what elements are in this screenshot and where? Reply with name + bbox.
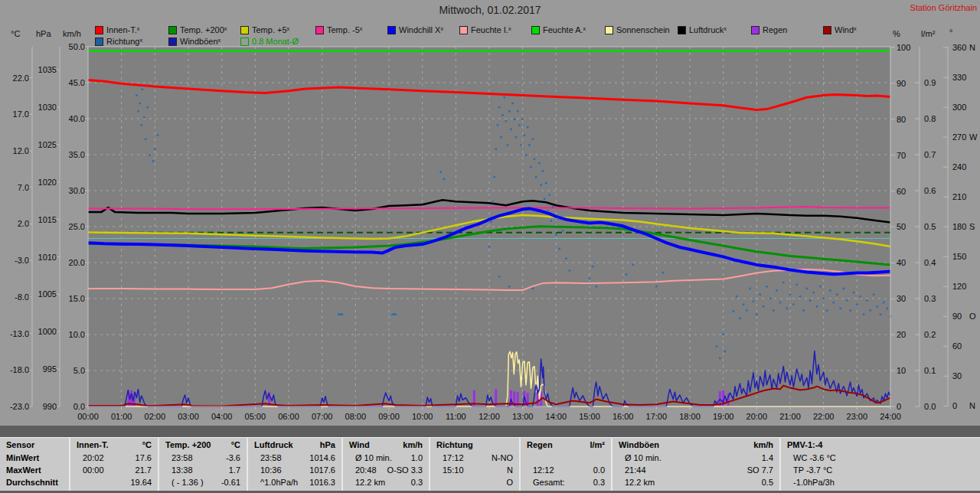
- direction-dot: [833, 302, 835, 304]
- cell-time: 13:38: [172, 465, 193, 475]
- tick-label-dir: 210: [952, 192, 966, 201]
- direction-dot: [515, 136, 518, 139]
- direction-dot: [136, 94, 138, 96]
- tick-label-temp: -23.0: [10, 402, 29, 411]
- direction-dot: [736, 295, 738, 298]
- tick-label-lm2: 0.8: [924, 114, 936, 123]
- direction-dot: [493, 176, 495, 178]
- x-tick-label: 12:00: [479, 412, 500, 421]
- tick-label-hpa: 995: [43, 364, 57, 374]
- col-header: Richtung: [436, 440, 473, 449]
- x-tick-label: 24:00: [880, 412, 901, 421]
- tick-label-dir-compass: O: [969, 312, 976, 321]
- direction-dot: [492, 201, 494, 203]
- col-header: Wind: [349, 440, 370, 449]
- direction-dot: [154, 149, 156, 151]
- table-col-innen-t-: Innen-T.°C20:0217.600:0021.719.64: [69, 438, 158, 491]
- col-header: PMV-1:-4: [787, 440, 822, 449]
- direction-dot: [826, 309, 828, 312]
- direction-dot: [756, 313, 758, 315]
- direction-dot: [569, 269, 571, 272]
- direction-dot: [142, 88, 144, 90]
- direction-dot: [488, 246, 491, 248]
- cell-time: TP -3.7 °C: [793, 465, 832, 475]
- direction-dot: [139, 103, 141, 105]
- cell-time: 21:44: [625, 465, 646, 475]
- direction-dot: [145, 139, 147, 141]
- direction-dot: [812, 292, 815, 294]
- direction-dot: [792, 303, 795, 305]
- x-tick-label: 11:00: [446, 412, 466, 421]
- direction-dot: [860, 295, 862, 298]
- direction-dot: [776, 289, 778, 292]
- cell-time: 12.2 km: [355, 478, 385, 487]
- x-tick-label: 20:00: [746, 412, 768, 421]
- direction-dot: [719, 358, 721, 360]
- cell-value: 21.7: [136, 465, 152, 475]
- direction-dot: [505, 120, 508, 122]
- cell-time: Gesamt:: [533, 478, 565, 487]
- direction-dot: [753, 301, 755, 303]
- x-tick-label: 00:00: [77, 412, 99, 421]
- col-unit: l/m²: [590, 440, 605, 449]
- direction-dot: [500, 136, 502, 139]
- cell-value: 1.7: [229, 465, 240, 475]
- direction-dot: [655, 286, 658, 288]
- tick-label-kmh: 50.0: [69, 42, 85, 51]
- cell-value: 0.3: [593, 478, 605, 487]
- tick-label-temp: 12.0: [13, 146, 29, 155]
- tick-label-dir: 0: [952, 401, 957, 410]
- direction-dot: [876, 305, 878, 308]
- tick-label-pct: 20: [897, 330, 906, 339]
- direction-dot: [733, 311, 735, 313]
- direction-dot: [724, 351, 727, 353]
- col-header: Innen-T.: [77, 440, 109, 449]
- tick-label-kmh: 20.0: [69, 258, 85, 267]
- cell-time: 00:00: [83, 465, 104, 475]
- row-label: MinWert: [6, 453, 39, 462]
- direction-dot: [799, 295, 802, 298]
- cell-time: 12.2 km: [625, 478, 655, 487]
- direction-dot: [341, 313, 344, 315]
- tick-label-lm2: 0.3: [924, 294, 936, 303]
- x-tick-label: 21:00: [779, 412, 801, 421]
- table-col-temp-+200: Temp. +200°C23:58-3.613:381.7( - 1.36 )-…: [158, 438, 247, 491]
- direction-dot: [395, 313, 397, 315]
- direction-dot: [391, 313, 393, 315]
- direction-dot: [534, 158, 536, 161]
- direction-dot: [863, 313, 865, 315]
- tick-label-kmh: 45.0: [69, 78, 85, 87]
- tick-label-pct: 40: [897, 258, 906, 267]
- cell-time: 23:58: [260, 453, 282, 462]
- direction-dot: [143, 116, 145, 119]
- direction-dot: [152, 160, 155, 162]
- direction-dot: [338, 313, 340, 315]
- direction-dot: [525, 154, 528, 156]
- tick-label-lm2: 0.1: [924, 366, 936, 375]
- table-col-luftdruck: LuftdruckhPa23:581014.610:361017.6^1.0hP…: [247, 438, 341, 491]
- tick-label-pct: 30: [897, 294, 906, 303]
- cell-time: 20:48: [355, 465, 377, 475]
- tick-label-dir: 330: [952, 73, 966, 82]
- tick-label-dir: 270: [952, 132, 966, 142]
- cell-value: 0.3: [411, 478, 423, 487]
- col-header: Luftdruck: [254, 440, 293, 449]
- cell-time: ^1.0hPa/h: [260, 478, 298, 487]
- tick-label-hpa: 1035: [38, 65, 57, 74]
- tick-label-pct: 0: [897, 402, 901, 411]
- direction-dot: [722, 333, 724, 335]
- tick-label-hpa: 1025: [38, 140, 57, 149]
- cell-value: O: [506, 478, 513, 487]
- direction-dot: [870, 309, 872, 312]
- cell-value: N: [507, 465, 513, 475]
- direction-dot: [766, 286, 768, 288]
- tick-label-hpa: 1010: [38, 253, 57, 262]
- cell-time: -1.0hPa/3h: [793, 478, 835, 487]
- direction-dot: [508, 110, 511, 113]
- direction-dot: [147, 106, 149, 109]
- tick-label-temp: 2.0: [18, 219, 29, 228]
- tick-label-kmh: 30.0: [69, 186, 85, 195]
- direction-dot: [532, 288, 534, 290]
- cell-time: 20:02: [83, 453, 104, 462]
- direction-dot: [632, 263, 635, 266]
